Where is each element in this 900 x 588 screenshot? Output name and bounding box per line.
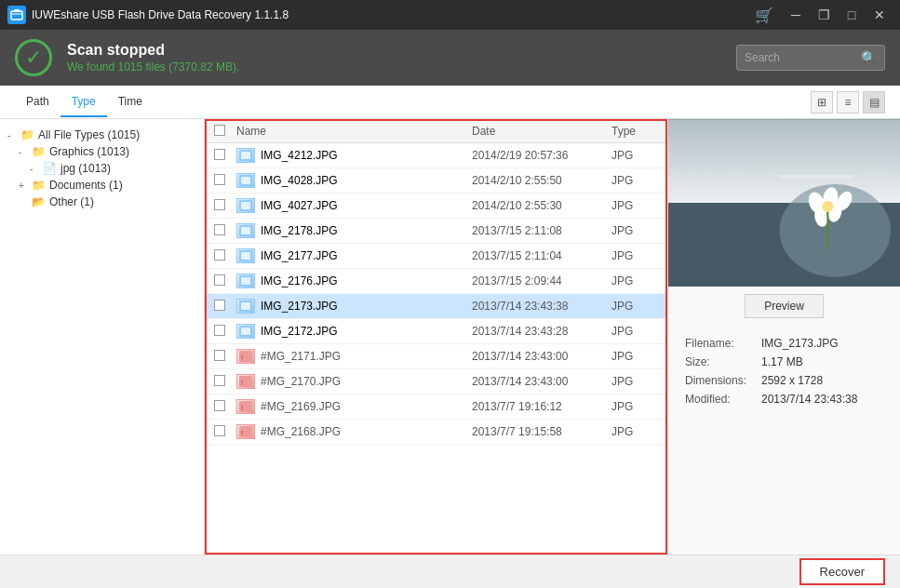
file-checkbox[interactable] — [214, 199, 225, 210]
svg-text:!: ! — [241, 379, 243, 387]
search-box[interactable]: 🔍 — [736, 45, 885, 71]
file-type: JPG — [611, 274, 658, 287]
filename-label: Filename: — [685, 335, 759, 352]
file-checkbox[interactable] — [214, 425, 225, 436]
file-list-header: Name Date Type — [207, 121, 665, 143]
file-date: 2013/7/14 23:43:38 — [472, 300, 611, 313]
table-row[interactable]: IMG_2173.JPG2013/7/14 23:43:38JPG — [207, 294, 665, 319]
table-row[interactable]: IMG_2176.JPG2013/7/15 2:09:44JPG — [207, 269, 665, 294]
main-content: - 📁 All File Types (1015) - 📁 Graphics (… — [0, 119, 900, 555]
file-thumbnail — [236, 223, 255, 238]
filename-value: IMG_2173.JPG — [761, 335, 883, 352]
restore-button[interactable]: ❐ — [811, 2, 837, 28]
file-checkbox[interactable] — [214, 350, 225, 361]
tree-item-graphics[interactable]: - 📁 Graphics (1013) — [7, 143, 196, 160]
tree-label-other: Other (1) — [49, 195, 94, 208]
table-row[interactable]: IMG_2172.JPG2013/7/14 23:43:28JPG — [207, 319, 665, 344]
status-subtitle: We found 1015 files (7370.82 MB). — [67, 60, 721, 74]
dimensions-label: Dimensions: — [685, 372, 759, 389]
tree-item-jpg[interactable]: - 📄 jpg (1013) — [7, 160, 196, 177]
table-row[interactable]: !#MG_2171.JPG2013/7/14 23:43:00JPG — [207, 344, 665, 369]
file-date: 2013/7/7 19:16:12 — [472, 400, 611, 413]
table-row[interactable]: !#MG_2169.JPG2013/7/7 19:16:12JPG — [207, 394, 665, 420]
file-date: 2014/2/19 20:57:36 — [472, 149, 611, 162]
folder-documents-icon: 📁 — [32, 179, 46, 192]
tree-item-other[interactable]: 📂 Other (1) — [7, 194, 196, 210]
tree-label-root: All File Types (1015) — [38, 128, 140, 141]
folder-icon: 📁 — [20, 128, 34, 141]
file-thumbnail: ! — [236, 424, 255, 439]
table-row[interactable]: IMG_4028.JPG2014/2/10 2:55:50JPG — [207, 168, 665, 194]
file-date: 2013/7/15 2:11:04 — [472, 249, 611, 262]
file-type: JPG — [611, 350, 658, 363]
preview-button-row: Preview — [668, 287, 900, 326]
file-type: JPG — [611, 199, 658, 212]
file-name: #MG_2170.JPG — [261, 375, 472, 388]
svg-rect-12 — [241, 252, 250, 260]
search-input[interactable] — [745, 51, 855, 64]
file-type: JPG — [611, 149, 658, 162]
right-panel: Preview Filename: IMG_2173.JPG Size: 1.1… — [667, 119, 900, 555]
select-all-checkbox[interactable] — [214, 125, 225, 136]
table-row[interactable]: IMG_2178.JPG2013/7/15 2:11:08JPG — [207, 219, 665, 244]
file-checkbox[interactable] — [214, 249, 225, 261]
file-date: 2014/2/10 2:55:30 — [472, 199, 611, 212]
file-checkbox[interactable] — [214, 325, 225, 336]
footer: Recover — [0, 555, 900, 588]
maximize-button[interactable]: □ — [839, 2, 865, 28]
toolbar: Path Type Time ⊞ ≡ ▤ — [0, 86, 900, 119]
app-title: IUWEshare USB Flash Drive Data Recovery … — [32, 8, 755, 21]
modified-label: Modified: — [685, 391, 759, 408]
file-type: JPG — [611, 425, 658, 438]
tree-label-jpg: jpg (1013) — [60, 162, 111, 175]
file-thumbnail: ! — [236, 399, 255, 414]
tab-path[interactable]: Path — [15, 87, 60, 117]
tree-item-root[interactable]: - 📁 All File Types (1015) — [7, 127, 196, 143]
file-checkbox[interactable] — [214, 300, 225, 311]
close-button[interactable]: ✕ — [866, 2, 893, 28]
expand-icon-graphics: - — [19, 147, 28, 157]
file-name: IMG_4027.JPG — [261, 199, 472, 212]
file-checkbox[interactable] — [214, 224, 225, 235]
file-thumbnail — [236, 148, 255, 163]
file-name: IMG_2172.JPG — [261, 325, 472, 338]
view-grid-button[interactable]: ⊞ — [811, 91, 833, 114]
svg-text:!: ! — [241, 429, 243, 437]
status-title: Scan stopped — [67, 42, 721, 59]
svg-rect-16 — [241, 302, 250, 310]
modified-value: 2013/7/14 23:43:38 — [761, 391, 883, 408]
file-checkbox[interactable] — [214, 174, 225, 185]
file-type: JPG — [611, 300, 658, 313]
recover-button[interactable]: Recover — [799, 558, 885, 585]
file-name: IMG_2176.JPG — [261, 274, 472, 287]
file-name: IMG_2178.JPG — [261, 224, 472, 237]
table-row[interactable]: !#MG_2170.JPG2013/7/14 23:43:00JPG — [207, 369, 665, 394]
cart-icon[interactable]: 🛒 — [755, 7, 773, 24]
expand-icon-jpg: - — [30, 164, 39, 174]
file-thumbnail — [236, 248, 255, 263]
file-checkbox[interactable] — [214, 149, 225, 160]
file-checkbox[interactable] — [214, 274, 225, 286]
file-checkbox[interactable] — [214, 400, 225, 411]
tab-time[interactable]: Time — [107, 87, 154, 117]
tree-item-documents[interactable]: + 📁 Documents (1) — [7, 177, 196, 194]
header: ✓ Scan stopped We found 1015 files (7370… — [0, 30, 900, 86]
file-name: IMG_2173.JPG — [261, 300, 472, 313]
folder-jpg-icon: 📄 — [43, 162, 57, 175]
file-checkbox[interactable] — [214, 375, 225, 386]
table-row[interactable]: !#MG_2168.JPG2013/7/7 19:15:58JPG — [207, 420, 665, 445]
preview-button[interactable]: Preview — [745, 294, 824, 318]
file-name: #MG_2168.JPG — [261, 425, 472, 438]
file-thumbnail: ! — [236, 349, 255, 364]
svg-rect-10 — [241, 227, 250, 234]
window-controls: ─ ❐ □ ✕ — [783, 2, 893, 28]
tab-type[interactable]: Type — [60, 87, 107, 117]
folder-graphics-icon: 📁 — [32, 145, 46, 158]
table-row[interactable]: IMG_4027.JPG2014/2/10 2:55:30JPG — [207, 194, 665, 219]
minimize-button[interactable]: ─ — [783, 2, 809, 28]
table-row[interactable]: IMG_2177.JPG2013/7/15 2:11:04JPG — [207, 244, 665, 269]
view-list-button[interactable]: ≡ — [837, 91, 859, 114]
view-detail-button[interactable]: ▤ — [863, 91, 885, 114]
table-row[interactable]: IMG_4212.JPG2014/2/19 20:57:36JPG — [207, 143, 665, 168]
file-type: JPG — [611, 400, 658, 413]
